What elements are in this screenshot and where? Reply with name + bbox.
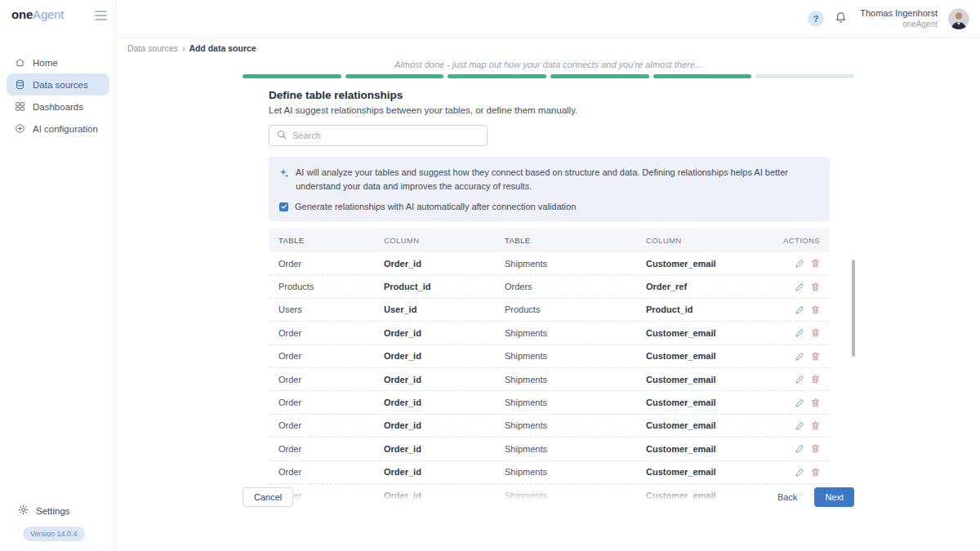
user-info[interactable]: Thomas Ingenhorst oneAgent (860, 8, 938, 29)
gear-icon (18, 504, 29, 517)
table-cell: Customer_email (646, 467, 766, 477)
delete-trash-icon[interactable] (811, 444, 820, 453)
checkbox-label: Generate relationships with AI automatic… (295, 202, 576, 211)
edit-pencil-icon[interactable] (795, 282, 804, 291)
app-logo[interactable]: oneAgent (11, 7, 64, 21)
table-cell: Customer_email (646, 398, 766, 407)
progress-stepper (243, 74, 854, 78)
delete-trash-icon[interactable] (811, 352, 820, 361)
help-icon: ? (813, 14, 819, 24)
search-icon (277, 128, 287, 143)
search-box (269, 125, 488, 146)
sidebar-item-home[interactable]: Home (7, 51, 109, 73)
sidebar: oneAgent HomeData sourcesDashboardsAI co… (0, 0, 117, 551)
table-row: ProductsProduct_idOrdersOrder_ref (269, 275, 830, 298)
breadcrumb-parent[interactable]: Data sources (127, 43, 178, 53)
table-cell: Customer_email (646, 491, 766, 500)
main-content: Define table relationships Let AI sugges… (269, 89, 830, 501)
back-button[interactable]: Back (777, 492, 797, 502)
table-row: OrderOrder_idShipmentsCustomer_email (269, 461, 830, 484)
table-cell: Order_id (384, 420, 505, 430)
progress-segment (448, 74, 546, 78)
delete-trash-icon[interactable] (811, 282, 820, 291)
table-cell: Product_id (646, 304, 766, 314)
edit-pencil-icon[interactable] (795, 328, 804, 337)
delete-trash-icon[interactable] (811, 375, 820, 384)
sidebar-nav: HomeData sourcesDashboardsAI configurati… (7, 51, 109, 140)
sidebar-item-settings[interactable]: Settings (18, 504, 70, 517)
table-cell: Customer_email (646, 259, 766, 269)
delete-trash-icon[interactable] (811, 398, 820, 407)
progress-segment (653, 74, 752, 78)
table-cell: Shipments (505, 328, 646, 338)
table-cell: Users (269, 304, 384, 314)
search-input[interactable] (292, 131, 479, 140)
breadcrumb: Data sources › Add data source (127, 43, 256, 53)
table-row: OrderOrder_idShipmentsCustomer_email (269, 484, 830, 501)
table-cell: Shipments (505, 491, 646, 500)
table-cell: Shipments (505, 467, 646, 477)
table-cell: Customer_email (646, 420, 766, 430)
edit-pencil-icon[interactable] (795, 421, 804, 430)
table-cell: Order (269, 398, 384, 407)
table-row: OrderOrder_idShipmentsCustomer_email (269, 345, 830, 368)
delete-trash-icon[interactable] (811, 468, 820, 477)
edit-pencil-icon[interactable] (795, 375, 804, 384)
table-body: OrderOrder_idShipmentsCustomer_emailProd… (269, 252, 830, 501)
notifications-button[interactable] (835, 11, 847, 27)
progress-segment (550, 74, 649, 78)
row-actions (766, 259, 830, 268)
sidebar-item-label: Home (33, 58, 58, 68)
progress-message: Almost done - just map out how your data… (243, 60, 854, 69)
edit-pencil-icon[interactable] (795, 352, 804, 361)
delete-trash-icon[interactable] (811, 305, 820, 314)
table-cell: Order_id (384, 351, 505, 361)
breadcrumb-current: Add data source (189, 43, 256, 53)
scrollbar-thumb[interactable] (852, 260, 855, 357)
cancel-button[interactable]: Cancel (243, 487, 293, 507)
hamburger-menu-icon[interactable] (95, 11, 107, 23)
col-header-table1: TABLE (269, 236, 384, 245)
avatar[interactable] (948, 8, 969, 29)
edit-pencil-icon[interactable] (795, 398, 804, 407)
delete-trash-icon[interactable] (811, 259, 820, 268)
edit-pencil-icon[interactable] (795, 305, 804, 314)
home-icon (15, 57, 25, 68)
table-cell: Shipments (505, 259, 646, 269)
next-button[interactable]: Next (814, 487, 854, 507)
table-row: OrderOrder_idShipmentsCustomer_email (269, 391, 830, 414)
table-cell: Shipments (505, 444, 646, 454)
delete-trash-icon[interactable] (811, 328, 820, 337)
table-cell: Customer_email (646, 444, 766, 454)
table-row: OrderOrder_idShipmentsCustomer_email (269, 368, 830, 391)
database-icon (15, 79, 25, 90)
edit-pencil-icon[interactable] (795, 444, 804, 453)
logo-text-bold: one (11, 7, 33, 21)
table-row: OrderOrder_idShipmentsCustomer_email (269, 438, 830, 460)
sidebar-item-dashboards[interactable]: Dashboards (7, 96, 109, 118)
footer-actions: Back Next (777, 487, 854, 507)
sidebar-item-data-sources[interactable]: Data sources (7, 73, 109, 96)
edit-pencil-icon[interactable] (795, 259, 804, 268)
row-actions (766, 305, 830, 314)
table-cell: Products (505, 304, 646, 314)
table-cell: Shipments (505, 420, 646, 430)
ai-configuration-icon (15, 123, 25, 134)
table-cell: Order_id (384, 491, 505, 500)
table-cell: Customer_email (646, 351, 766, 361)
help-button[interactable]: ? (808, 11, 824, 27)
delete-trash-icon[interactable] (811, 421, 820, 430)
sidebar-item-ai-configuration[interactable]: AI configuration (7, 118, 109, 140)
edit-pencil-icon[interactable] (795, 468, 804, 477)
row-actions (766, 468, 830, 477)
table-cell: Order_id (384, 398, 505, 407)
row-actions (766, 282, 830, 291)
table-cell: Shipments (505, 351, 646, 361)
row-actions (766, 444, 830, 453)
table-cell: Customer_email (646, 375, 766, 384)
generate-relationships-checkbox[interactable]: Generate relationships with AI automatic… (279, 202, 819, 211)
table-row: OrderOrder_idShipmentsCustomer_email (269, 252, 830, 275)
table-row: UsersUser_idProductsProduct_id (269, 299, 830, 322)
page-subtitle: Let AI suggest relationships between you… (269, 105, 830, 115)
col-header-actions: ACTIONS (766, 236, 830, 245)
